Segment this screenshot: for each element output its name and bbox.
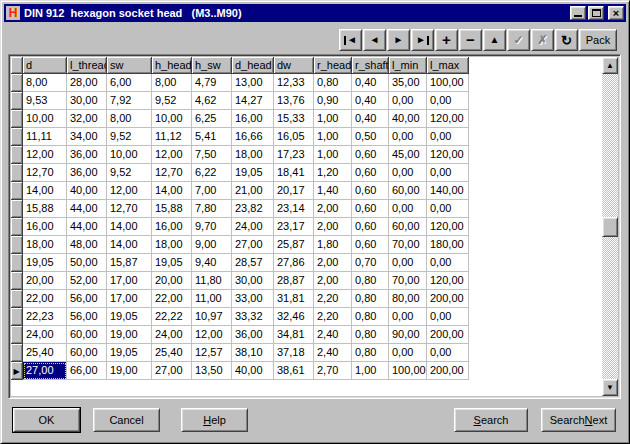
grid-cell[interactable]: 33,32 bbox=[232, 308, 274, 326]
grid-cell[interactable]: 50,00 bbox=[67, 254, 107, 272]
grid-cell[interactable]: 2,20 bbox=[314, 290, 352, 308]
grid-cell[interactable]: 32,46 bbox=[274, 308, 314, 326]
pack-button[interactable]: Pack bbox=[579, 29, 617, 51]
row-indicator[interactable] bbox=[11, 272, 23, 290]
grid-cell[interactable]: 16,66 bbox=[232, 128, 274, 146]
grid-cell[interactable]: 0,00 bbox=[427, 92, 469, 110]
grid-cell[interactable]: 16,00 bbox=[232, 110, 274, 128]
grid-cell[interactable]: 2,00 bbox=[314, 200, 352, 218]
grid-cell[interactable]: 40,00 bbox=[232, 362, 274, 380]
grid-cell[interactable]: 12,70 bbox=[23, 164, 67, 182]
grid-cell[interactable]: 9,70 bbox=[192, 218, 232, 236]
grid-cell[interactable]: 1,00 bbox=[314, 128, 352, 146]
grid-cell[interactable]: 28,57 bbox=[232, 254, 274, 272]
grid-cell[interactable]: 36,00 bbox=[67, 146, 107, 164]
grid-cell[interactable]: 0,00 bbox=[389, 344, 427, 362]
grid-cell[interactable]: 5,41 bbox=[192, 128, 232, 146]
grid-cell[interactable]: 37,18 bbox=[274, 344, 314, 362]
grid-cell[interactable]: 200,00 bbox=[427, 290, 469, 308]
grid-cell[interactable]: 11,12 bbox=[152, 128, 192, 146]
column-header-r_shaft[interactable]: r_shaft bbox=[352, 57, 389, 74]
grid-cell[interactable]: 13,00 bbox=[232, 74, 274, 92]
grid-cell[interactable]: 27,86 bbox=[274, 254, 314, 272]
grid-cell[interactable]: 25,40 bbox=[152, 344, 192, 362]
grid-cell[interactable]: 140,00 bbox=[427, 182, 469, 200]
grid-cell[interactable]: 19,05 bbox=[152, 254, 192, 272]
grid-cell[interactable]: 9,40 bbox=[192, 254, 232, 272]
grid-cell[interactable]: 14,27 bbox=[232, 92, 274, 110]
grid-cell[interactable]: 23,82 bbox=[232, 200, 274, 218]
grid-cell[interactable]: 0,40 bbox=[352, 92, 389, 110]
grid-cell[interactable]: 19,00 bbox=[107, 326, 152, 344]
edit-record-button[interactable]: ▲ bbox=[483, 29, 506, 51]
grid-cell[interactable]: 180,00 bbox=[427, 236, 469, 254]
grid-cell[interactable]: 15,88 bbox=[152, 200, 192, 218]
grid-cell[interactable]: 7,00 bbox=[192, 182, 232, 200]
column-header-d_head[interactable]: d_head bbox=[232, 57, 274, 74]
grid-cell[interactable]: 36,00 bbox=[67, 164, 107, 182]
grid-cell[interactable]: 11,80 bbox=[192, 272, 232, 290]
row-indicator[interactable] bbox=[11, 146, 23, 164]
grid-cell[interactable]: 27,00 bbox=[152, 362, 192, 380]
nav-first-button[interactable]: ◄ bbox=[339, 29, 362, 51]
scroll-up-button[interactable]: ▲ bbox=[602, 57, 618, 74]
grid-cell[interactable]: 0,80 bbox=[352, 326, 389, 344]
column-header-l_min[interactable]: l_min bbox=[389, 57, 427, 74]
grid-cell[interactable]: 28,00 bbox=[67, 74, 107, 92]
grid-cell[interactable]: 31,81 bbox=[274, 290, 314, 308]
grid-cell[interactable]: 19,05 bbox=[23, 254, 67, 272]
grid-cell[interactable]: 1,20 bbox=[314, 164, 352, 182]
grid-cell[interactable]: 13,76 bbox=[274, 92, 314, 110]
vertical-scrollbar[interactable]: ▲ ▼ bbox=[602, 57, 618, 396]
grid-cell[interactable]: 6,22 bbox=[192, 164, 232, 182]
grid-cell[interactable]: 23,17 bbox=[274, 218, 314, 236]
grid-cell[interactable]: 0,60 bbox=[352, 164, 389, 182]
grid-cell[interactable]: 100,00 bbox=[389, 362, 427, 380]
scrollbar-thumb[interactable] bbox=[602, 217, 618, 237]
row-indicator[interactable] bbox=[11, 74, 23, 92]
grid-cell[interactable]: 11,11 bbox=[23, 128, 67, 146]
grid-cell[interactable]: 0,00 bbox=[427, 308, 469, 326]
grid-cell[interactable]: 14,00 bbox=[23, 182, 67, 200]
grid-cell[interactable]: 32,00 bbox=[67, 110, 107, 128]
row-indicator[interactable] bbox=[11, 308, 23, 326]
grid-cell[interactable]: 38,10 bbox=[232, 344, 274, 362]
help-button[interactable]: Help bbox=[181, 408, 248, 432]
grid-cell[interactable]: 9,53 bbox=[23, 92, 67, 110]
grid-cell[interactable]: 0,00 bbox=[389, 128, 427, 146]
grid-cell[interactable]: 0,00 bbox=[389, 164, 427, 182]
grid-cell[interactable]: 13,50 bbox=[192, 362, 232, 380]
grid-cell[interactable]: 0,00 bbox=[427, 254, 469, 272]
grid-cell[interactable]: 10,00 bbox=[23, 110, 67, 128]
grid-cell[interactable]: 60,00 bbox=[389, 218, 427, 236]
grid-cell[interactable]: 7,92 bbox=[107, 92, 152, 110]
grid-cell[interactable]: 12,70 bbox=[107, 200, 152, 218]
grid-cell[interactable]: 0,00 bbox=[427, 128, 469, 146]
grid-cell[interactable]: 2,70 bbox=[314, 362, 352, 380]
grid-cell[interactable]: 21,00 bbox=[232, 182, 274, 200]
grid-cell[interactable]: 200,00 bbox=[427, 362, 469, 380]
grid-cell[interactable]: 200,00 bbox=[427, 326, 469, 344]
grid-cell[interactable]: 14,00 bbox=[107, 236, 152, 254]
grid-cell[interactable]: 66,00 bbox=[67, 362, 107, 380]
grid-cell[interactable]: 0,80 bbox=[352, 308, 389, 326]
grid-cell[interactable]: 18,00 bbox=[152, 236, 192, 254]
grid-cell[interactable]: 45,00 bbox=[389, 146, 427, 164]
grid-cell[interactable]: 0,80 bbox=[314, 74, 352, 92]
grid-cell[interactable]: 12,33 bbox=[274, 74, 314, 92]
grid-cell[interactable]: 12,70 bbox=[152, 164, 192, 182]
grid-cell[interactable]: 9,00 bbox=[192, 236, 232, 254]
grid-cell[interactable]: 0,00 bbox=[389, 308, 427, 326]
grid-cell[interactable]: 40,00 bbox=[389, 110, 427, 128]
grid-cell[interactable]: 120,00 bbox=[427, 146, 469, 164]
grid-cell[interactable]: 0,80 bbox=[352, 272, 389, 290]
grid-cell[interactable]: 0,90 bbox=[314, 92, 352, 110]
grid-cell[interactable]: 0,80 bbox=[352, 344, 389, 362]
row-indicator-current[interactable]: ▶ bbox=[11, 362, 23, 380]
grid-cell[interactable]: 24,00 bbox=[152, 326, 192, 344]
grid-cell[interactable]: 30,00 bbox=[232, 272, 274, 290]
grid-cell[interactable]: 19,05 bbox=[232, 164, 274, 182]
search-next-button[interactable]: Search Next bbox=[541, 408, 616, 432]
grid-cell[interactable]: 60,00 bbox=[67, 326, 107, 344]
grid-cell[interactable]: 22,00 bbox=[152, 290, 192, 308]
